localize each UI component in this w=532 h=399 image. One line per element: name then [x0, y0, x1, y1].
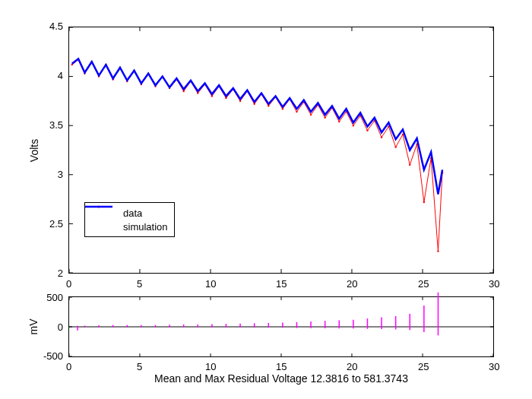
svg-point-76: [423, 201, 425, 203]
legend[interactable]: data simulation: [84, 202, 175, 237]
ytick: 2: [58, 268, 63, 279]
xtick: 20: [347, 361, 357, 372]
svg-point-72: [394, 146, 396, 147]
xtick: 0: [66, 361, 71, 372]
svg-point-62: [324, 117, 325, 119]
residual-series: [78, 293, 438, 336]
svg-point-58: [296, 111, 297, 112]
ytick: 3: [58, 169, 63, 180]
xtick: 15: [276, 361, 287, 372]
xtick: 5: [137, 278, 142, 290]
figure: 2 2.5 3 3.5 4 4.5 0 5 10 15 20 25 30: [0, 0, 532, 399]
bottom-xlabel: Mean and Max Residual Voltage 12.3816 to…: [68, 372, 494, 385]
xtick: 25: [418, 278, 429, 290]
xtick: 20: [347, 278, 357, 290]
svg-point-68: [366, 129, 368, 131]
xtick: 10: [205, 278, 216, 290]
svg-point-66: [353, 125, 354, 126]
bottom-ylabel: mV: [27, 319, 40, 335]
svg-point-70: [381, 137, 382, 138]
xtick: 10: [205, 361, 216, 372]
svg-point-78: [437, 250, 439, 252]
svg-point-60: [310, 114, 312, 116]
svg-point-64: [338, 121, 340, 122]
xtick: 15: [276, 278, 287, 290]
xtick: 25: [418, 361, 429, 372]
simulation-series: [72, 59, 442, 194]
ytick: 0: [58, 321, 63, 333]
ytick: 4: [58, 70, 63, 81]
ytick: 4.5: [49, 21, 63, 32]
top-ylabel: Volts: [28, 139, 40, 162]
xtick: 5: [137, 361, 142, 372]
ytick: 500: [46, 292, 63, 303]
ytick: -500: [43, 350, 63, 362]
legend-item-simulation: simulation: [91, 220, 168, 233]
bottom-axes: -500 0 500 0 5 10 15 20 25 30: [68, 296, 494, 357]
xtick: 30: [489, 361, 499, 372]
ytick: 3.5: [49, 119, 63, 131]
svg-point-74: [409, 164, 410, 166]
bottom-plot-svg: [69, 297, 493, 356]
ytick: 2.5: [49, 218, 63, 230]
xtick: 0: [66, 278, 71, 290]
xtick: 30: [489, 278, 499, 290]
top-axes: 2 2.5 3 3.5 4 4.5 0 5 10 15 20 25 30: [68, 27, 494, 274]
